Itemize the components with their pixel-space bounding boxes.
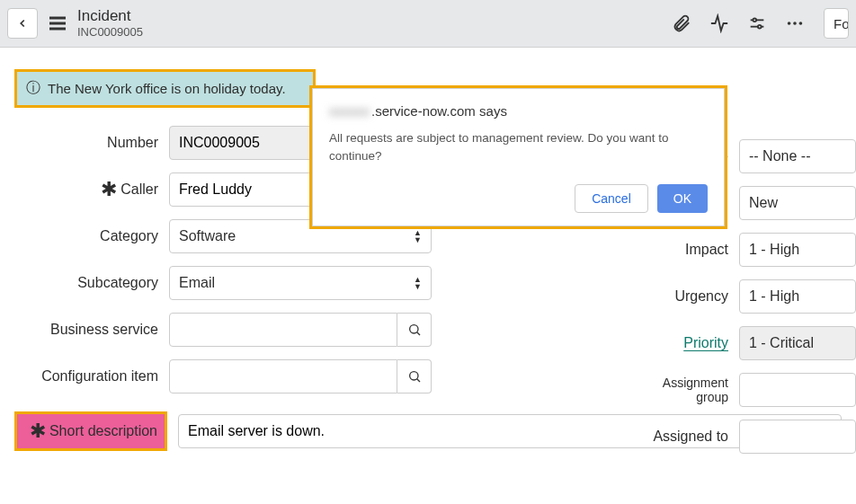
- assigned-to-field[interactable]: [739, 420, 856, 454]
- label-caller: ✱Caller: [14, 181, 158, 198]
- row-impact: Impact 1 - High: [631, 233, 856, 267]
- page-title: Incident: [77, 7, 143, 25]
- category-value: Software: [179, 228, 236, 244]
- svg-point-7: [788, 22, 791, 25]
- impact-select[interactable]: 1 - High: [739, 233, 856, 267]
- follow-button[interactable]: Fo: [824, 8, 849, 39]
- none-select[interactable]: -- None --: [739, 139, 856, 173]
- follow-label: Fo: [834, 16, 849, 31]
- dialog-message: All requests are subject to management r…: [329, 129, 708, 166]
- chevron-left-icon: [16, 17, 29, 30]
- urgency-select[interactable]: 1 - High: [739, 279, 856, 314]
- svg-line-11: [416, 332, 419, 335]
- svg-point-9: [799, 22, 803, 25]
- label-assigned-to: Assigned to: [631, 429, 728, 445]
- menu-button[interactable]: [47, 13, 68, 34]
- dialog-title: xxxxxx .service-now.com says: [329, 103, 708, 119]
- select-arrows-icon: ▲▼: [414, 276, 422, 290]
- svg-point-8: [793, 22, 797, 25]
- label-configuration-item: Configuration item: [14, 368, 158, 385]
- hamburger-icon: [47, 13, 68, 34]
- row-assignment-group: Assignment group: [631, 373, 856, 407]
- label-impact: Impact: [631, 242, 728, 258]
- cancel-button[interactable]: Cancel: [575, 184, 648, 213]
- attachments-button[interactable]: [667, 9, 696, 38]
- search-icon: [407, 369, 422, 384]
- paperclip-icon: [672, 13, 691, 33]
- label-business-service: Business service: [14, 322, 158, 338]
- label-subcategory: Subcategory: [14, 275, 158, 291]
- info-banner-text: The New York office is on holiday today.: [48, 81, 286, 96]
- more-horizontal-icon: [785, 13, 805, 33]
- svg-point-12: [409, 372, 417, 380]
- label-number: Number: [14, 135, 158, 151]
- svg-line-13: [416, 379, 419, 382]
- title-block: Incident INC0009005: [77, 7, 143, 40]
- priority-field: 1 - Critical: [739, 326, 856, 360]
- svg-point-6: [758, 25, 762, 29]
- configuration-item-field[interactable]: [169, 359, 397, 393]
- toolbar: Incident INC0009005 Fo: [0, 0, 856, 48]
- label-category: Category: [14, 228, 158, 244]
- row-assigned-to: Assigned to: [631, 420, 856, 454]
- row-priority: Priority 1 - Critical: [631, 326, 856, 360]
- row-urgency: Urgency 1 - High: [631, 279, 856, 314]
- label-short-description: ✱Short description: [14, 411, 167, 451]
- activity-button[interactable]: [705, 9, 734, 38]
- assignment-group-field[interactable]: [739, 373, 856, 407]
- sliders-icon: [747, 13, 767, 33]
- back-button[interactable]: [7, 8, 38, 39]
- svg-point-10: [409, 325, 417, 333]
- activity-icon: [709, 13, 729, 33]
- subcategory-value: Email: [179, 275, 215, 291]
- info-banner: ⓘ The New York office is on holiday toda…: [14, 69, 316, 108]
- configuration-item-lookup[interactable]: [397, 359, 432, 393]
- svg-point-5: [753, 19, 756, 22]
- page-subtitle: INC0009005: [77, 25, 143, 40]
- label-urgency: Urgency: [631, 288, 728, 305]
- confirm-dialog: xxxxxx .service-now.com says All request…: [309, 85, 727, 229]
- business-service-lookup[interactable]: [397, 313, 432, 347]
- label-assignment-group: Assignment group: [631, 376, 728, 404]
- label-priority[interactable]: Priority: [631, 335, 728, 351]
- more-button[interactable]: [780, 9, 809, 38]
- subcategory-select[interactable]: Email ▲▼: [169, 266, 432, 300]
- personalize-button[interactable]: [743, 9, 771, 38]
- business-service-field[interactable]: [169, 313, 397, 347]
- state-select[interactable]: New: [739, 186, 856, 220]
- ok-button[interactable]: OK: [657, 184, 708, 213]
- search-icon: [407, 323, 422, 337]
- info-icon: ⓘ: [26, 79, 40, 98]
- select-arrows-icon: ▲▼: [414, 229, 422, 243]
